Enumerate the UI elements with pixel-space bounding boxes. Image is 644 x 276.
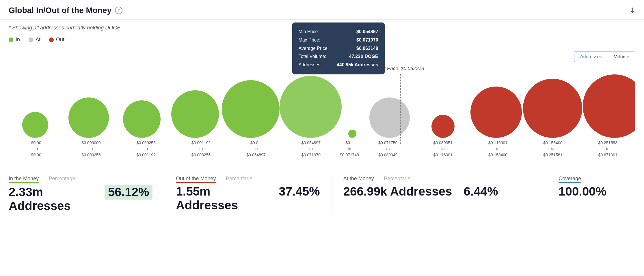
bubble-col-3 <box>115 66 169 138</box>
stat-in-the-money: In the Money Percentage 2.33m Addresses … <box>9 176 164 213</box>
in-money-label: In the Money <box>9 176 39 183</box>
bubble-col-2 <box>62 66 116 138</box>
at-money-pct-label: Percentage <box>384 176 410 181</box>
header: Global In/Out of the Money ? ⬇ <box>0 0 644 20</box>
in-money-pct-label: Percentage <box>49 176 75 181</box>
bubble-6[interactable] <box>280 76 342 138</box>
in-money-value: 2.33m Addresses <box>9 185 93 213</box>
legend-in-label: In <box>16 37 20 43</box>
addresses-toggle[interactable]: Addresses <box>574 52 608 62</box>
out-dot <box>49 37 54 42</box>
bubble-2 <box>68 97 109 138</box>
axis-label-6: $0.054897 to $0.071070 <box>284 140 338 158</box>
stat-coverage: Coverage 100.00% <box>547 176 635 198</box>
help-icon[interactable]: ? <box>115 7 122 14</box>
tooltip-vol: Total Volume: 47.22b DOGE <box>299 52 378 61</box>
bubble-col-11 <box>523 66 582 138</box>
legend-at-label: At <box>36 37 40 43</box>
bubble-col-10 <box>470 66 523 138</box>
axis-label-3: $0.000255 to $0.001192 <box>119 140 174 158</box>
bubbles-row: Min Price: $0.054897 Max Price: $0.07107… <box>9 66 635 138</box>
bubble-col-7 <box>342 66 363 138</box>
legend-at: At <box>29 37 40 43</box>
at-money-label: At the Money <box>343 176 374 181</box>
bubble-col-12 <box>582 66 636 138</box>
page-title: Global In/Out of the Money <box>9 6 111 15</box>
tooltip-min: Min Price: $0.054897 <box>299 28 378 36</box>
at-money-value: 266.99k Addresses <box>343 185 452 198</box>
bubble-12 <box>583 74 635 138</box>
bubble-1 <box>22 112 48 138</box>
bubble-7 <box>348 130 356 138</box>
axis-line <box>9 138 635 138</box>
axis-label-2: $0.000000 to $0.000255 <box>64 140 118 158</box>
bubble-col-4 <box>169 66 222 138</box>
in-dot <box>9 37 13 42</box>
axis-label-10: $0.116001 to $0.158400 <box>470 140 525 158</box>
at-money-pct: 6.44% <box>464 185 498 198</box>
axis-label-4: $0.001192 to $0.003256 <box>174 140 228 158</box>
header-left: Global In/Out of the Money ? <box>9 6 122 15</box>
chart-container: Current Price: $0.082378 intoblock <box>9 66 635 158</box>
out-money-label: Out of the Money <box>176 176 216 183</box>
volume-toggle[interactable]: Volume <box>608 52 635 62</box>
main-container: Global In/Out of the Money ? ⬇ * Showing… <box>0 0 644 276</box>
bubble-col-6: Min Price: $0.054897 Max Price: $0.07107… <box>280 66 342 138</box>
axis-label-8: $0.071750 to $0.089349 <box>360 140 415 158</box>
axis-label-11: $0.158400 to $0.251581 <box>525 140 580 158</box>
tooltip-addr: Addresses: 440.95k Addresses <box>299 61 378 69</box>
bubble-5 <box>222 80 280 138</box>
stats-row: In the Money Percentage 2.33m Addresses … <box>0 167 644 219</box>
axis-label-1: $0.00 to $0.00 <box>9 140 64 158</box>
out-money-pct-label: Percentage <box>226 176 252 181</box>
bubble-3 <box>123 100 161 138</box>
current-price-line <box>400 74 401 144</box>
in-money-pct: 56.12% <box>105 185 152 200</box>
bubble-4 <box>171 90 219 138</box>
coverage-value: 100.00% <box>559 185 606 198</box>
at-dot <box>29 37 33 42</box>
tooltip-avg: Average Price: $0.063149 <box>299 44 378 53</box>
chart-area: Addresses Volume Current Price: $0.08237… <box>0 46 644 161</box>
bubble-8 <box>369 97 410 138</box>
stat-at-money: At the Money Percentage 266.99k Addresse… <box>332 176 547 198</box>
stat-out-of-money: Out of the Money Percentage 1.55m Addres… <box>164 176 331 212</box>
bubble-10 <box>470 87 522 138</box>
bubble-col-1 <box>9 66 62 138</box>
axis-label-7: $0... to $0.071749 <box>338 140 360 158</box>
bubble-9 <box>431 115 455 138</box>
bubble-col-5 <box>222 66 280 138</box>
bubble-col-9 <box>416 66 470 138</box>
bubble-col-8 <box>363 66 416 138</box>
out-money-pct: 37.45% <box>279 185 320 198</box>
axis-labels: $0.00 to $0.00 $0.000000 to $0.000255 $0… <box>9 140 635 158</box>
coverage-label: Coverage <box>559 176 581 183</box>
legend-in: In <box>9 37 20 43</box>
legend-out: Out <box>49 37 64 43</box>
toggle-buttons: Addresses Volume <box>574 51 635 62</box>
tooltip-max: Max Price: $0.071070 <box>299 36 378 44</box>
tooltip: Min Price: $0.054897 Max Price: $0.07107… <box>292 22 385 74</box>
legend-out-label: Out <box>56 37 64 43</box>
download-icon[interactable]: ⬇ <box>630 6 635 14</box>
axis-label-5: $0.0... to $0.054897 <box>228 140 283 158</box>
axis-label-9: $0.089351 to $0.116001 <box>416 140 470 158</box>
axis-label-12: $0.251583 to $0.671001 <box>580 140 635 158</box>
bubble-11 <box>523 79 582 138</box>
out-money-value: 1.55m Addresses <box>176 185 267 212</box>
